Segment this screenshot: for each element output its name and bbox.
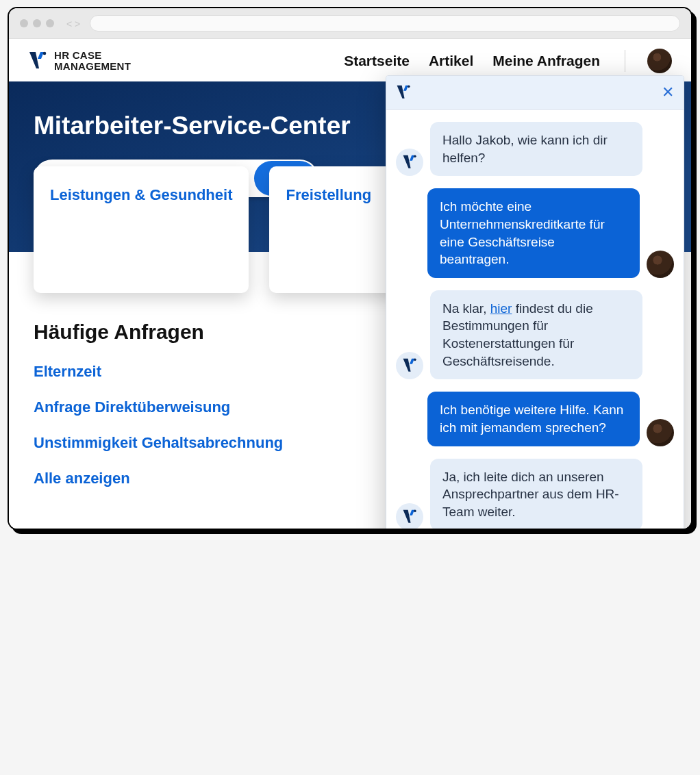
- svg-point-3: [414, 359, 416, 361]
- primary-nav: Startseite Artikel Meine Anfragen: [344, 49, 672, 73]
- bot-avatar-icon: [396, 149, 423, 176]
- chat-bubble: Ich benötige weitere Hilfe. Kann ich mit…: [427, 392, 640, 446]
- chat-close-button[interactable]: ✕: [662, 85, 674, 100]
- chat-message-row: Ich möchte eine Unternehmenskreditkarte …: [396, 188, 674, 278]
- chat-bubble: Hallo Jakob, wie kann ich dir helfen?: [430, 122, 642, 176]
- svg-point-4: [414, 509, 416, 512]
- svg-point-1: [408, 86, 410, 88]
- chat-message-row: Na klar, hier findest du die Bestimmunge…: [396, 290, 674, 380]
- chat-bubble: Na klar, hier findest du die Bestimmunge…: [430, 290, 642, 380]
- nav-divider: [625, 50, 625, 72]
- nav-arrows-icon: < >: [66, 18, 84, 28]
- chat-panel: ✕ Hallo Jakob, wie kann ich dir helfen? …: [386, 75, 684, 530]
- nav-link-my-requests[interactable]: Meine Anfragen: [492, 53, 600, 69]
- browser-chrome: < >: [9, 8, 691, 39]
- chat-text-pre: Na klar,: [442, 301, 490, 316]
- window-max-dot[interactable]: [46, 19, 54, 27]
- window-close-dot[interactable]: [20, 19, 28, 27]
- nav-link-articles[interactable]: Artikel: [429, 53, 473, 69]
- chat-message-row: Hallo Jakob, wie kann ich dir helfen?: [396, 122, 674, 176]
- chat-message-row: Ich benötige weitere Hilfe. Kann ich mit…: [396, 392, 674, 446]
- window-min-dot[interactable]: [33, 19, 41, 27]
- chat-bubble: Ja, ich leite dich an unseren Ansprechpa…: [430, 459, 642, 530]
- chat-bubble: Ich möchte eine Unternehmenskreditkarte …: [427, 188, 640, 278]
- svg-point-0: [43, 52, 47, 55]
- chat-brand-logo-icon: [396, 84, 411, 101]
- card-title: Leistungen & Gesundheit: [50, 186, 232, 205]
- nav-link-start[interactable]: Startseite: [344, 53, 410, 69]
- card-benefits-health[interactable]: Leistungen & Gesundheit: [34, 166, 249, 293]
- close-icon: ✕: [662, 84, 674, 101]
- brand-title: HR CASE MANAGEMENT: [54, 50, 131, 73]
- chat-header: ✕: [386, 76, 684, 110]
- user-avatar[interactable]: [647, 49, 672, 73]
- window-controls: [20, 19, 54, 27]
- user-avatar-icon: [647, 419, 674, 446]
- user-avatar-icon: [647, 251, 674, 278]
- card-title: Freistellung: [286, 186, 390, 205]
- url-bar[interactable]: [90, 15, 680, 31]
- chat-link-here[interactable]: hier: [490, 301, 512, 316]
- svg-point-2: [414, 155, 416, 158]
- chat-body[interactable]: Hallo Jakob, wie kann ich dir helfen? Ic…: [386, 110, 684, 530]
- brand[interactable]: HR CASE MANAGEMENT: [28, 50, 131, 73]
- brand-logo-icon: [28, 51, 47, 71]
- browser-frame: < > HR CASE MANAGEMENT Startseite Artike…: [8, 7, 692, 530]
- chat-message-row: Ja, ich leite dich an unseren Ansprechpa…: [396, 459, 674, 530]
- bot-avatar-icon: [396, 352, 423, 379]
- bot-avatar-icon: [396, 503, 423, 530]
